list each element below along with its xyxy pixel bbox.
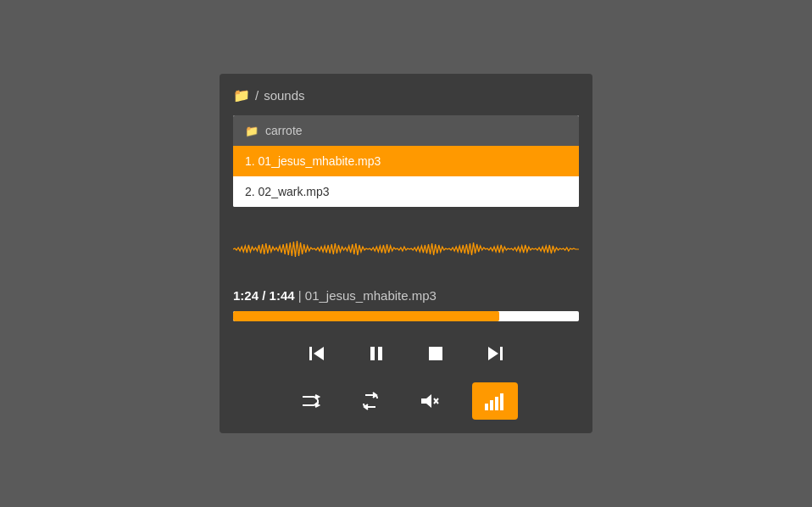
pause-button[interactable] — [359, 337, 393, 370]
folder-icon: 📁 — [233, 87, 250, 103]
track-row-1[interactable]: 1. 01_jesus_mhabite.mp3 — [233, 146, 579, 176]
total-time: 1:44 — [270, 288, 295, 303]
svg-marker-6 — [488, 347, 498, 360]
track-1-label: 1. 01_jesus_mhabite.mp3 — [245, 154, 381, 168]
subfolder-name: carrote — [265, 124, 303, 137]
breadcrumb: 📁 / sounds — [233, 87, 579, 103]
svg-rect-2 — [370, 347, 375, 360]
time-track-separator: | — [298, 288, 305, 303]
svg-rect-5 — [500, 347, 503, 360]
svg-rect-13 — [500, 393, 503, 410]
subfolder-icon: 📁 — [245, 125, 259, 137]
next-button[interactable] — [478, 337, 512, 370]
subfolder-row[interactable]: 📁 carrote — [233, 115, 579, 146]
svg-rect-4 — [429, 347, 442, 360]
svg-rect-3 — [378, 347, 382, 360]
progress-bar[interactable] — [233, 311, 579, 321]
svg-rect-0 — [309, 347, 312, 360]
svg-rect-12 — [495, 397, 498, 410]
time-separator: / — [262, 288, 269, 303]
controls-row-2 — [233, 382, 579, 420]
svg-marker-1 — [314, 347, 324, 360]
player-container: 📁 / sounds 📁 carrote 1. 01_jesus_mhabite… — [220, 74, 592, 433]
waveform-area — [233, 224, 579, 275]
current-time: 1:24 — [233, 288, 259, 303]
volume-button[interactable] — [472, 382, 518, 420]
breadcrumb-folder: sounds — [264, 88, 304, 103]
track-2-label: 2. 02_wark.mp3 — [245, 185, 330, 198]
playing-track-name: 01_jesus_mhabite.mp3 — [305, 288, 437, 303]
breadcrumb-separator: / — [255, 88, 259, 103]
svg-marker-7 — [421, 394, 431, 408]
svg-rect-10 — [485, 404, 488, 410]
track-row-2[interactable]: 2. 02_wark.mp3 — [233, 176, 579, 207]
controls-row-1 — [233, 337, 579, 370]
repeat-button[interactable] — [353, 384, 387, 418]
mute-button[interactable] — [413, 384, 447, 418]
time-info: 1:24 / 1:44 | 01_jesus_mhabite.mp3 — [233, 288, 579, 303]
progress-bar-fill — [233, 311, 499, 321]
svg-rect-11 — [490, 400, 493, 410]
file-list: 📁 carrote 1. 01_jesus_mhabite.mp3 2. 02_… — [233, 115, 579, 207]
shuffle-button[interactable] — [294, 384, 328, 418]
waveform-svg — [233, 228, 579, 270]
prev-button[interactable] — [300, 337, 334, 370]
stop-button[interactable] — [419, 337, 453, 370]
